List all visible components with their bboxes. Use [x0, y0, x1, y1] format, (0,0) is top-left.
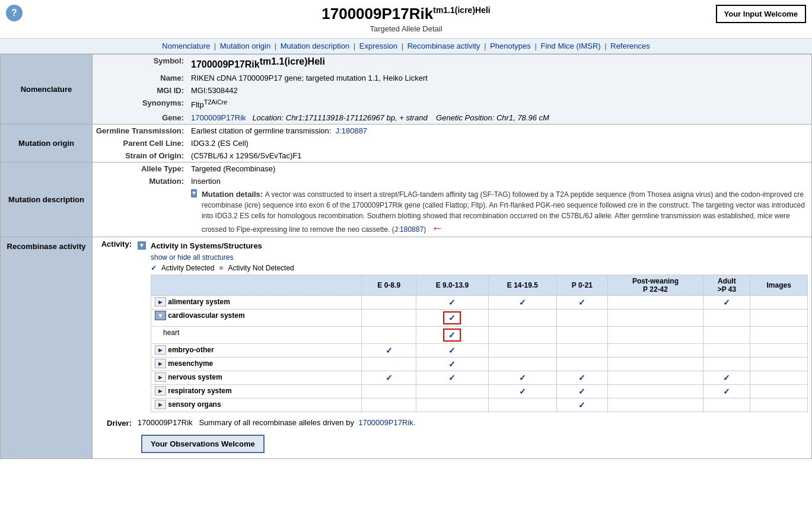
sensory-p021: ✓	[557, 398, 608, 412]
nav-find-mice[interactable]: Find Mice (IMSR)	[540, 42, 600, 50]
alimentary-postweaning	[607, 295, 703, 309]
alimentary-e089	[362, 295, 416, 309]
show-hide-link[interactable]: show or hide all structures	[151, 253, 233, 262]
table-row: heart ✓	[151, 326, 808, 343]
nomenclature-row: Nomenclature Symbol: 1700009P17Riktm1.1(…	[1, 55, 812, 125]
resp-e9139	[416, 384, 488, 398]
details-label: Mutation details:	[202, 190, 263, 199]
col-e089: E 0-8.9	[362, 275, 416, 295]
system-name-alimentary: ► alimentary system	[151, 295, 362, 309]
nav-mutation-description[interactable]: Mutation description	[281, 42, 349, 50]
strain-row: Strain of Origin: (C57BL/6J x 129S6/SvEv…	[93, 149, 811, 162]
allele-type-value: Targeted (Recombinase)	[187, 162, 811, 175]
nav-references[interactable]: References	[610, 42, 649, 50]
main-content-table: Nomenclature Symbol: 1700009P17Riktm1.1(…	[0, 54, 812, 459]
page-title: 1700009P17Riktm1.1(icre)Heli	[321, 5, 490, 23]
page-subtitle: Targeted Allele Detail	[321, 24, 490, 33]
cardiovascular-expand-btn[interactable]: ▼	[155, 311, 166, 320]
embryo-postweaning	[607, 343, 703, 357]
system-name-sensory: ► sensory organs	[151, 398, 362, 412]
symbol-label: Symbol:	[93, 55, 187, 72]
heart-p021	[557, 326, 608, 343]
synonyms-sup: T2AiCre	[204, 98, 228, 106]
details-reference-link[interactable]: J:180887	[394, 225, 423, 234]
mutation-description-row: Mutation description Allele Type: Target…	[1, 162, 812, 237]
nomenclature-section-label: Nomenclature	[21, 85, 72, 94]
sensory-e14195	[488, 398, 557, 412]
recombinase-activity-label: Recombinase activity	[7, 242, 86, 251]
details-toggle[interactable]: ▼	[191, 189, 197, 197]
alimentary-expand-btn[interactable]: ►	[155, 297, 166, 307]
mesenchyme-e14195	[488, 357, 557, 371]
nav-bar: Nomenclature | Mutation origin | Mutatio…	[0, 38, 812, 54]
cardio-p021	[557, 309, 608, 326]
sensory-adult	[703, 398, 750, 412]
observations-cell: Your Observations Welcome	[134, 429, 811, 458]
mesenchyme-postweaning	[607, 357, 703, 371]
gene-row: Gene: 1700009P17Rik Location: Chr1:17111…	[93, 111, 811, 124]
your-input-button[interactable]: Your Input Welcome	[716, 5, 806, 23]
embryo-p021	[557, 343, 608, 357]
germline-link[interactable]: J:180887	[336, 126, 368, 135]
mgi-label: MGI ID:	[93, 84, 187, 97]
cardio-images	[750, 309, 808, 326]
your-observations-button[interactable]: Your Observations Welcome	[141, 435, 265, 453]
mesenchyme-expand-btn[interactable]: ►	[155, 359, 166, 368]
legend-row: ✓ Activity Detected = Activity Not Detec…	[151, 264, 808, 272]
mesenchyme-p021	[557, 357, 608, 371]
activity-table-header-row: E 0-8.9 E 9.0-13.9 E 14-19.5 P 0-21 Post…	[151, 275, 808, 295]
red-arrow-icon: ←	[431, 221, 443, 234]
nervous-expand-btn[interactable]: ►	[155, 372, 166, 382]
mutation-origin-content: Germline Transmission: Earliest citation…	[93, 124, 812, 162]
details-body: A vector was constructed to insert a str…	[202, 190, 805, 234]
nav-phenotypes[interactable]: Phenotypes	[490, 42, 531, 50]
gene-link[interactable]: 1700009P17Rik	[191, 113, 246, 122]
col-e14195: E 14-19.5	[488, 275, 557, 295]
col-images: Images	[750, 275, 808, 295]
sensory-expand-btn[interactable]: ►	[155, 400, 166, 409]
name-value: RIKEN cDNA 1700009P17 gene; targeted mut…	[187, 72, 811, 84]
page-header: ? 1700009P17Riktm1.1(icre)Heli Targeted …	[0, 0, 812, 38]
nav-mutation-origin[interactable]: Mutation origin	[220, 42, 270, 50]
resp-postweaning	[607, 384, 703, 398]
table-row: ► mesenchyme ✓	[151, 357, 808, 371]
driver-link[interactable]: 1700009P17Rik	[358, 418, 413, 427]
gene-position: Genetic Position: Chr1, 78.96 cM	[436, 113, 549, 122]
heart-postweaning	[607, 326, 703, 343]
nav-recombinase-activity[interactable]: Recombinase activity	[407, 42, 480, 50]
cardio-postweaning	[607, 309, 703, 326]
alimentary-e9139: ✓	[416, 295, 488, 309]
nervous-e089: ✓	[362, 371, 416, 384]
mutation-description-table: Allele Type: Targeted (Recombinase) Muta…	[93, 162, 811, 237]
nomenclature-table: Symbol: 1700009P17Riktm1.1(icre)Heli Nam…	[93, 55, 811, 124]
embryo-expand-btn[interactable]: ►	[155, 345, 166, 355]
nav-expression[interactable]: Expression	[359, 42, 397, 50]
nervous-postweaning	[607, 371, 703, 384]
legend-not-detected: Activity Not Detected	[228, 264, 294, 272]
nomenclature-header: Nomenclature	[1, 55, 93, 125]
table-row: ► alimentary system ✓ ✓ ✓	[151, 295, 808, 309]
resp-p021: ✓	[557, 384, 608, 398]
mutation-origin-header: Mutation origin	[1, 124, 93, 162]
nervous-images	[750, 371, 808, 384]
activity-toggle[interactable]: ▼	[138, 241, 146, 250]
respiratory-expand-btn[interactable]: ►	[155, 386, 166, 396]
table-row: ▼ cardiovascular system ✓	[151, 309, 808, 326]
mesenchyme-images	[750, 357, 808, 371]
embryo-e14195	[488, 343, 557, 357]
mutation-origin-label: Mutation origin	[18, 139, 74, 148]
help-icon[interactable]: ?	[6, 5, 23, 21]
cardio-e9139: ✓	[416, 309, 488, 326]
sensory-e089	[362, 398, 416, 412]
title-sup: tm1.1(icre)Heli	[433, 5, 490, 15]
col-adult: Adult>P 43	[703, 275, 750, 295]
mutation-description-content: Allele Type: Targeted (Recombinase) Muta…	[93, 162, 812, 237]
alimentary-p021: ✓	[557, 295, 608, 309]
nav-nomenclature[interactable]: Nomenclature	[162, 42, 210, 50]
system-name-embryo-other: ► embryo-other	[151, 343, 362, 357]
nervous-e9139: ✓	[416, 371, 488, 384]
table-row: ► respiratory system ✓ ✓	[151, 384, 808, 398]
system-name-heart: heart	[151, 326, 362, 343]
mesenchyme-adult	[703, 357, 750, 371]
heart-adult	[703, 326, 750, 343]
